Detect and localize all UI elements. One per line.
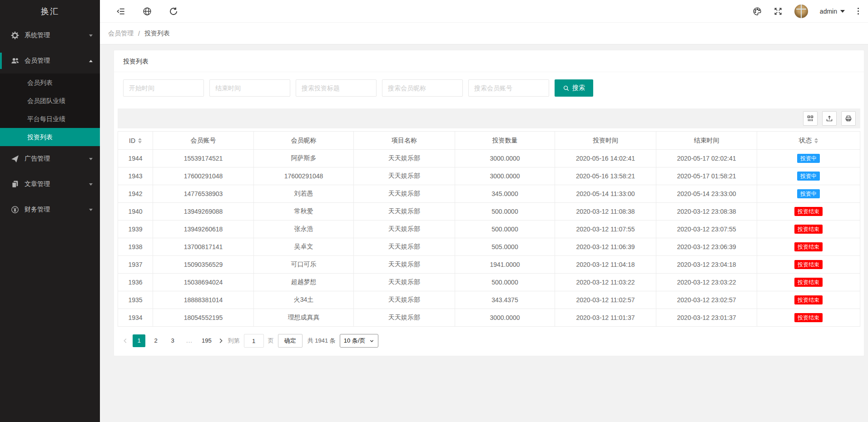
page-button[interactable]: 195 (200, 334, 213, 347)
sort-icon[interactable] (814, 138, 818, 143)
gear-icon (11, 31, 19, 39)
member-nickname-input[interactable] (382, 79, 463, 97)
sidebar-item-finance[interactable]: 财务管理 (0, 197, 100, 222)
card-investment-list: 投资列表 搜索 (114, 50, 864, 356)
more-options-icon[interactable] (857, 7, 860, 15)
cell-amount: 500.0000 (455, 203, 555, 221)
prev-page-button[interactable] (122, 338, 129, 344)
jump-page-input[interactable] (244, 334, 264, 348)
member-account-input[interactable] (468, 79, 549, 97)
table-row: 193615038694024超越梦想天天娱乐部500.00002020-03-… (118, 274, 860, 291)
invest-title-input[interactable] (296, 79, 377, 97)
cell-id: 1939 (118, 221, 153, 238)
status-badge: 投资中 (797, 154, 820, 163)
fullscreen-icon[interactable] (774, 7, 783, 16)
sidebar-item-daily-performance[interactable]: 平台每日业绩 (0, 110, 100, 128)
status-badge: 投资结束 (794, 242, 823, 251)
cell-project: 天天娱乐部 (354, 274, 455, 291)
table-toolbar (118, 108, 860, 128)
topbar-left (116, 7, 178, 16)
pagination: 123...195 到第 页 确定 共 1941 条 10 条/页 (118, 327, 860, 349)
cell-amount: 3000.0000 (455, 167, 555, 185)
theme-palette-icon[interactable] (753, 7, 762, 16)
page-button[interactable]: 1 (133, 334, 145, 347)
sidebar-item-label: 会员管理 (25, 57, 89, 65)
cell-nickname: 吴卓文 (254, 238, 354, 256)
content: 投资列表 搜索 (100, 44, 868, 422)
status-badge: 投资结束 (794, 225, 823, 234)
table-row: 194214776538903刘若愚天天娱乐部345.00002020-05-1… (118, 185, 860, 203)
cell-amount: 500.0000 (455, 274, 555, 291)
table-row: 193813700817141吴卓文天天娱乐部505.00002020-03-1… (118, 238, 860, 256)
cell-account: 17600291048 (153, 167, 254, 185)
page-button[interactable]: 2 (149, 334, 162, 347)
end-time-input[interactable] (209, 79, 290, 97)
export-button[interactable] (822, 111, 837, 126)
columns-filter-button[interactable] (803, 111, 818, 126)
cell-status: 投资结束 (757, 309, 860, 327)
cell-status: 投资中 (757, 185, 860, 203)
status-badge: 投资中 (797, 189, 820, 198)
cell-end-time: 2020-03-12 23:01:37 (656, 309, 757, 327)
user-menu[interactable]: admin (820, 8, 845, 15)
export-icon (826, 115, 833, 122)
table-row: 193715090356529可口可乐天天娱乐部1941.00002020-03… (118, 256, 860, 274)
breadcrumb-separator: / (138, 30, 140, 37)
cell-amount: 500.0000 (455, 221, 555, 238)
next-page-button[interactable] (218, 338, 224, 344)
chevron-up-icon (89, 58, 93, 62)
page-size-select[interactable]: 10 条/页 (340, 334, 378, 348)
sidebar-item-system[interactable]: 系统管理 (0, 23, 100, 48)
cell-project: 天天娱乐部 (354, 185, 455, 203)
cell-project: 天天娱乐部 (354, 309, 455, 327)
main-area: admin 会员管理 / 投资列表 投资列表 (100, 0, 868, 422)
column-header-id[interactable]: ID (118, 132, 153, 150)
cell-amount: 3000.0000 (455, 150, 555, 167)
language-globe-icon[interactable] (143, 7, 152, 16)
page-button[interactable]: 3 (166, 334, 179, 347)
column-header-account: 会员账号 (153, 132, 254, 150)
refresh-icon[interactable] (169, 7, 178, 16)
avatar[interactable] (794, 5, 808, 18)
collapse-sidebar-icon[interactable] (116, 7, 125, 16)
chevron-down-icon (89, 158, 93, 162)
column-header-status[interactable]: 状态 (757, 132, 860, 150)
sidebar-item-ads[interactable]: 广告管理 (0, 146, 100, 172)
paper-plane-icon (11, 155, 19, 163)
cell-id: 1937 (118, 256, 153, 274)
cell-end-time: 2020-03-12 23:07:55 (656, 221, 757, 238)
chevron-down-icon (840, 10, 845, 15)
sidebar-item-team-performance[interactable]: 会员团队业绩 (0, 92, 100, 110)
cell-id: 1936 (118, 274, 153, 291)
cell-status: 投资结束 (757, 256, 860, 274)
yen-circle-icon (11, 206, 19, 214)
topbar: admin (100, 0, 868, 23)
cell-amount: 345.0000 (455, 185, 555, 203)
print-button[interactable] (841, 111, 856, 126)
sidebar-item-members[interactable]: 会员管理 (0, 48, 100, 74)
cell-status: 投资中 (757, 150, 860, 167)
sidebar-item-member-list[interactable]: 会员列表 (0, 74, 100, 92)
sidebar-item-investment-list[interactable]: 投资列表 (0, 128, 100, 146)
page-list: 123...195 (133, 334, 213, 347)
jump-label: 到第 (228, 337, 240, 345)
sort-icon[interactable] (138, 138, 142, 143)
app-logo: 换汇 (0, 0, 100, 23)
cell-invest-time: 2020-05-14 11:33:00 (555, 185, 656, 203)
cell-end-time: 2020-03-12 23:06:39 (656, 238, 757, 256)
document-icon (11, 180, 19, 188)
confirm-button[interactable]: 确定 (278, 334, 303, 348)
columns-icon (807, 115, 814, 122)
cell-id: 1938 (118, 238, 153, 256)
search-button[interactable]: 搜索 (555, 79, 593, 97)
cell-project: 天天娱乐部 (354, 238, 455, 256)
page-size-label: 10 条/页 (344, 337, 366, 345)
cell-project: 天天娱乐部 (354, 167, 455, 185)
start-time-input[interactable] (123, 79, 204, 97)
breadcrumb-parent[interactable]: 会员管理 (108, 29, 134, 38)
cell-id: 1943 (118, 167, 153, 185)
chevron-down-icon (89, 34, 93, 39)
sidebar-item-articles[interactable]: 文章管理 (0, 172, 100, 197)
app-root: 换汇 系统管理 (0, 0, 868, 422)
cell-nickname: 常秋爱 (254, 203, 354, 221)
